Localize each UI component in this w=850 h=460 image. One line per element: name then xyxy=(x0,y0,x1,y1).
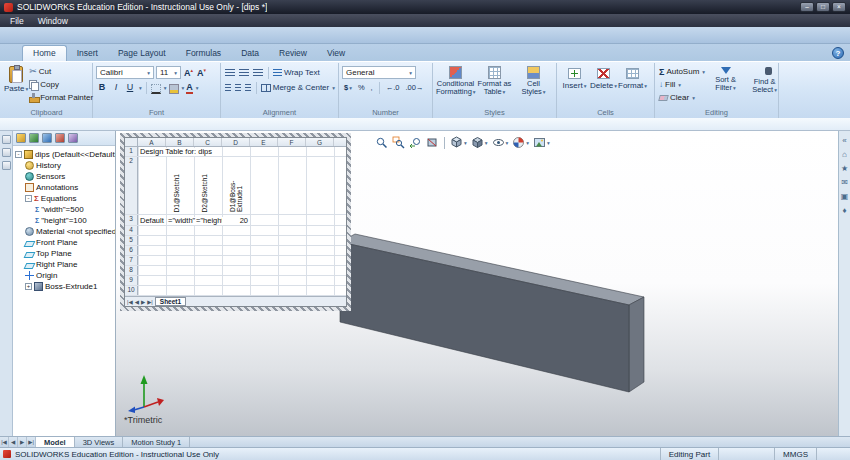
paste-button[interactable]: Paste▾ xyxy=(4,65,28,104)
sheet-nav-next[interactable]: ▶ xyxy=(141,299,145,305)
propertymanager-tab-icon[interactable] xyxy=(29,133,39,143)
copy-button[interactable]: Copy xyxy=(28,78,94,91)
tab-nav-next[interactable]: ▶ xyxy=(18,437,27,448)
row-header[interactable]: 10 xyxy=(125,286,138,295)
dimxpertmanager-tab-icon[interactable] xyxy=(55,133,65,143)
expand-toggle[interactable]: - xyxy=(25,195,32,202)
file-explorer-icon[interactable]: ✉ xyxy=(839,178,850,187)
left-strip-icon[interactable] xyxy=(2,148,11,157)
column-header[interactable]: A xyxy=(138,138,166,146)
sheet-row[interactable]: 7 xyxy=(125,256,346,266)
format-as-table-button[interactable]: Format as Table▾ xyxy=(475,65,514,97)
help-icon[interactable]: ? xyxy=(832,47,844,59)
row-header[interactable]: 3 xyxy=(125,215,138,225)
tab-home[interactable]: Home xyxy=(22,45,67,61)
maximize-button[interactable]: □ xyxy=(816,2,830,12)
shrink-font-button[interactable]: A▾ xyxy=(196,67,207,78)
wrap-text-button[interactable]: Wrap Text xyxy=(273,68,320,77)
row-header[interactable]: 9 xyxy=(125,276,138,285)
sheet-row[interactable]: 9 xyxy=(125,276,346,286)
tree-item-origin[interactable]: Origin xyxy=(15,270,115,281)
increase-decimal-button[interactable]: ←.0 xyxy=(384,82,402,94)
tree-root[interactable]: - dips (Default<<Default>_D xyxy=(15,149,115,160)
comma-style-button[interactable]: , xyxy=(369,82,375,94)
borders-icon[interactable] xyxy=(151,84,161,94)
tree-item-top-plane[interactable]: Top Plane xyxy=(15,248,115,259)
align-middle-icon[interactable] xyxy=(239,69,249,77)
format-cells-button[interactable]: Format▾ xyxy=(618,65,647,90)
percent-button[interactable]: % xyxy=(356,82,367,94)
config-name-cell[interactable]: Default xyxy=(140,217,164,225)
section-view-button[interactable] xyxy=(425,135,440,150)
tab-review[interactable]: Review xyxy=(269,46,317,61)
tree-item-boss-extrude[interactable]: + Boss-Extrude1 xyxy=(15,281,115,292)
sheet-row[interactable]: 1 Design Table for: dips xyxy=(125,147,346,157)
underline-button[interactable]: U xyxy=(124,81,136,94)
row-header[interactable]: 6 xyxy=(125,246,138,255)
configurationmanager-tab-icon[interactable] xyxy=(42,133,52,143)
custom-properties-icon[interactable]: ♦ xyxy=(839,206,850,215)
tab-nav-prev[interactable]: ◀ xyxy=(9,437,18,448)
tree-item-sensors[interactable]: Sensors xyxy=(15,171,115,182)
tree-item-front-plane[interactable]: Front Plane xyxy=(15,237,115,248)
menu-window[interactable]: Window xyxy=(31,16,75,26)
solidworks-resources-icon[interactable]: ⌂ xyxy=(839,150,850,159)
align-right-icon[interactable] xyxy=(245,84,251,92)
font-family-select[interactable]: Calibri ▾ xyxy=(96,66,154,79)
fill-button[interactable]: ↓ Fill ▾ xyxy=(658,78,706,91)
autosum-button[interactable]: Σ AutoSum ▾ xyxy=(658,65,706,78)
formula-bar[interactable] xyxy=(0,118,850,131)
value-cell[interactable]: 20 xyxy=(222,217,248,225)
sheet-nav-first[interactable]: |◀ xyxy=(127,299,133,305)
collapse-taskpane-icon[interactable]: « xyxy=(839,136,850,145)
design-library-icon[interactable]: ★ xyxy=(839,164,850,173)
tree-item-right-plane[interactable]: Right Plane xyxy=(15,259,115,270)
font-color-button[interactable]: A xyxy=(186,82,193,94)
fill-color-icon[interactable] xyxy=(169,84,179,94)
previous-view-button[interactable] xyxy=(408,135,423,150)
column-header[interactable]: F xyxy=(278,138,306,146)
row-header[interactable]: 5 xyxy=(125,236,138,245)
minimize-button[interactable]: – xyxy=(800,2,814,12)
conditional-formatting-button[interactable]: Conditional Formatting▾ xyxy=(436,65,475,97)
group-label-editing[interactable]: Editing xyxy=(655,108,778,117)
group-label-font[interactable]: Font xyxy=(93,108,220,117)
group-label-number[interactable]: Number xyxy=(339,108,432,117)
column-header[interactable]: D xyxy=(222,138,250,146)
units-status[interactable]: MMGS xyxy=(774,448,816,460)
zoom-area-button[interactable] xyxy=(391,135,406,150)
merge-center-button[interactable]: Merge & Center ▾ xyxy=(261,83,335,92)
graphics-viewport[interactable]: ▾ ▾ ▾ ▾ ▾ xyxy=(116,131,838,436)
delete-cells-button[interactable]: Delete▾ xyxy=(589,65,618,90)
sheet-row[interactable]: 8 xyxy=(125,266,346,276)
tree-item-history[interactable]: History xyxy=(15,160,115,171)
column-header[interactable]: B xyxy=(166,138,194,146)
align-left-icon[interactable] xyxy=(225,84,231,92)
tab-data[interactable]: Data xyxy=(231,46,269,61)
appearances-icon[interactable]: ▣ xyxy=(839,192,850,201)
design-table-title-cell[interactable]: Design Table for: dips xyxy=(140,148,212,156)
tab-nav-first[interactable]: |◀ xyxy=(0,437,9,448)
grow-font-button[interactable]: A▴ xyxy=(183,67,194,78)
tab-3d-views[interactable]: 3D Views xyxy=(75,437,124,448)
align-center-icon[interactable] xyxy=(235,84,241,92)
dimension-header-cell[interactable]: D1@Sketch1 xyxy=(174,174,181,212)
row-header[interactable]: 8 xyxy=(125,266,138,275)
sheet-nav-last[interactable]: ▶| xyxy=(147,299,153,305)
decrease-decimal-button[interactable]: .00→ xyxy=(403,82,425,94)
tree-item-material[interactable]: Material <not specified> xyxy=(15,226,115,237)
view-orientation-button[interactable]: ▾ xyxy=(449,135,468,150)
group-label-cells[interactable]: Cells xyxy=(557,108,654,117)
find-select-button[interactable]: Find & Select▾ xyxy=(745,65,784,104)
font-size-select[interactable]: 11 ▾ xyxy=(156,66,181,79)
currency-button[interactable]: $▾ xyxy=(342,82,354,94)
left-strip-icon[interactable] xyxy=(2,161,11,170)
tab-model[interactable]: Model xyxy=(36,437,75,448)
value-cell[interactable]: ="width" xyxy=(168,217,195,225)
hide-show-items-button[interactable]: ▾ xyxy=(491,135,510,150)
expand-toggle[interactable]: + xyxy=(25,283,32,290)
close-button[interactable]: × xyxy=(832,2,846,12)
number-format-select[interactable]: General ▾ xyxy=(342,66,416,79)
sheet-row[interactable]: 6 xyxy=(125,246,346,256)
sheet-row[interactable]: 10 xyxy=(125,286,346,296)
